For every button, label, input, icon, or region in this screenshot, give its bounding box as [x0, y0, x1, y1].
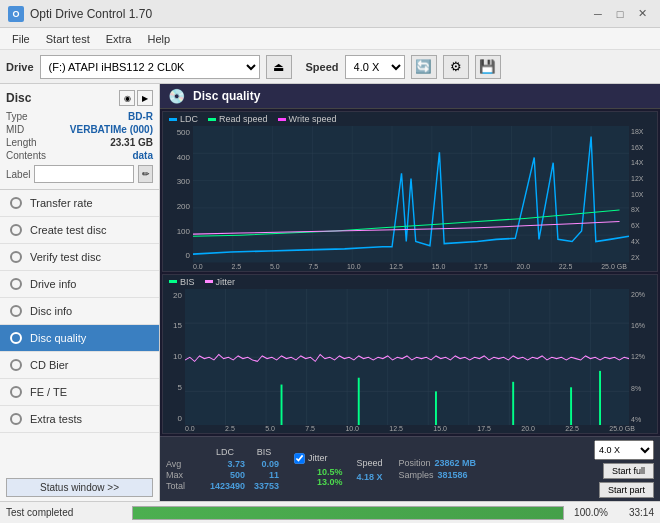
length-value: 23.31 GB [110, 137, 153, 148]
drive-label: Drive [6, 61, 34, 73]
ldc-header: LDC [205, 447, 245, 457]
progress-fill [133, 507, 563, 519]
app-icon: O [8, 6, 24, 22]
menubar: File Start test Extra Help [0, 28, 660, 50]
nav-label-fe-te: FE / TE [30, 386, 67, 398]
sidebar-item-cd-bier[interactable]: CD Bier [0, 352, 159, 379]
position-value: 23862 MB [435, 458, 477, 468]
bis-header: BIS [249, 447, 279, 457]
nav-label-cd-bier: CD Bier [30, 359, 69, 371]
sidebar: Disc ◉ ▶ Type BD-R MID VERBATIMe (000) L… [0, 84, 160, 501]
menu-file[interactable]: File [4, 31, 38, 47]
sidebar-item-transfer-rate[interactable]: Transfer rate [0, 190, 159, 217]
nav-label-verify-test-disc: Verify test disc [30, 251, 101, 263]
nav-label-disc-quality: Disc quality [30, 332, 86, 344]
stats-bar: LDC BIS Avg 3.73 0.09 Max 500 11 Total 1… [160, 436, 660, 501]
menu-help[interactable]: Help [139, 31, 178, 47]
minimize-button[interactable]: ─ [588, 4, 608, 24]
nav-label-extra-tests: Extra tests [30, 413, 82, 425]
top-chart-legend: LDC Read speed Write speed [163, 112, 657, 126]
top-chart-canvas [193, 126, 629, 263]
content-area: 💿 Disc quality LDC Read speed Write spee… [160, 84, 660, 501]
disc-icon-2[interactable]: ▶ [137, 90, 153, 106]
max-bis: 11 [249, 470, 279, 480]
contents-label: Contents [6, 150, 46, 161]
titlebar: O Opti Drive Control 1.70 ─ □ ✕ [0, 0, 660, 28]
top-y-axis-left: 500 400 300 200 100 0 [163, 126, 193, 263]
total-bis: 33753 [249, 481, 279, 491]
position-stats: Position 23862 MB Samples 381586 [399, 458, 477, 480]
disc-quality-icon: 💿 [168, 88, 185, 104]
label-edit-button[interactable]: ✏ [138, 165, 153, 183]
content-title: Disc quality [193, 89, 260, 103]
sidebar-item-drive-info[interactable]: Drive info [0, 271, 159, 298]
bottom-y-axis-left: 20 15 10 5 0 [163, 289, 185, 426]
label-input[interactable] [34, 165, 134, 183]
menu-start-test[interactable]: Start test [38, 31, 98, 47]
type-value: BD-R [128, 111, 153, 122]
sidebar-item-disc-info[interactable]: Disc info [0, 298, 159, 325]
read-speed-legend-dot [208, 118, 216, 121]
legend-write-speed: Write speed [278, 114, 337, 124]
stats-headers: LDC BIS Avg 3.73 0.09 Max 500 11 Total 1… [166, 447, 279, 491]
nav-icon-verify-test-disc [10, 251, 22, 263]
drive-select[interactable]: (F:) ATAPI iHBS112 2 CL0K [40, 55, 260, 79]
bis-legend-label: BIS [180, 277, 195, 287]
jitter-checkbox[interactable] [294, 453, 304, 463]
speed-dropdown[interactable]: 4.0 X [594, 440, 654, 460]
menu-extra[interactable]: Extra [98, 31, 140, 47]
nav-icon-create-test-disc [10, 224, 22, 236]
jitter-legend-label: Jitter [216, 277, 236, 287]
samples-label: Samples [399, 470, 434, 480]
ldc-legend-label: LDC [180, 114, 198, 124]
avg-bis: 0.09 [249, 459, 279, 469]
label-label: Label [6, 169, 30, 180]
bottom-x-axis: 0.0 2.5 5.0 7.5 10.0 12.5 15.0 17.5 20.0… [163, 425, 657, 433]
contents-value: data [132, 150, 153, 161]
speed-select[interactable]: 4.0 X [345, 55, 405, 79]
bottom-chart-svg [185, 289, 629, 426]
nav-icon-transfer-rate [10, 197, 22, 209]
disc-icons: ◉ ▶ [119, 90, 153, 106]
jitter-stats: Jitter 10.5% 13.0% [293, 452, 343, 487]
refresh-button[interactable]: 🔄 [411, 55, 437, 79]
mid-value: VERBATIMe (000) [70, 124, 153, 135]
avg-speed: 4.18 X [357, 472, 383, 482]
close-button[interactable]: ✕ [632, 4, 652, 24]
eject-button[interactable]: ⏏ [266, 55, 292, 79]
legend-read-speed: Read speed [208, 114, 268, 124]
jitter-header: Jitter [308, 453, 328, 463]
save-button[interactable]: 💾 [475, 55, 501, 79]
sidebar-item-disc-quality[interactable]: Disc quality [0, 325, 159, 352]
start-full-button[interactable]: Start full [603, 463, 654, 479]
nav-icon-disc-info [10, 305, 22, 317]
sidebar-item-verify-test-disc[interactable]: Verify test disc [0, 244, 159, 271]
sidebar-item-create-test-disc[interactable]: Create test disc [0, 217, 159, 244]
maximize-button[interactable]: □ [610, 4, 630, 24]
jitter-legend-dot [205, 280, 213, 283]
legend-bis: BIS [169, 277, 195, 287]
nav-label-create-test-disc: Create test disc [30, 224, 106, 236]
ldc-legend-dot [169, 118, 177, 121]
nav-icon-extra-tests [10, 413, 22, 425]
sidebar-item-extra-tests[interactable]: Extra tests [0, 406, 159, 433]
samples-value: 381586 [438, 470, 468, 480]
total-ldc: 1423490 [205, 481, 245, 491]
nav-label-drive-info: Drive info [30, 278, 76, 290]
main-layout: Disc ◉ ▶ Type BD-R MID VERBATIMe (000) L… [0, 84, 660, 501]
start-part-button[interactable]: Start part [599, 482, 654, 498]
settings-button[interactable]: ⚙ [443, 55, 469, 79]
nav-icon-cd-bier [10, 359, 22, 371]
sidebar-item-fe-te[interactable]: FE / TE [0, 379, 159, 406]
write-speed-legend-dot [278, 118, 286, 121]
disc-section: Disc ◉ ▶ Type BD-R MID VERBATIMe (000) L… [0, 84, 159, 190]
avg-row-label: Avg [166, 459, 201, 469]
disc-icon-1[interactable]: ◉ [119, 90, 135, 106]
avg-jitter: 10.5% [317, 467, 343, 477]
top-y-axis-right: 18X 16X 14X 12X 10X 8X 6X 4X 2X [629, 126, 657, 263]
top-x-axis: 0.0 2.5 5.0 7.5 10.0 12.5 15.0 17.5 20.0… [163, 263, 657, 271]
top-chart-svg [193, 126, 629, 263]
elapsed-time: 33:14 [614, 507, 654, 518]
position-label: Position [399, 458, 431, 468]
status-window-button[interactable]: Status window >> [6, 478, 153, 497]
